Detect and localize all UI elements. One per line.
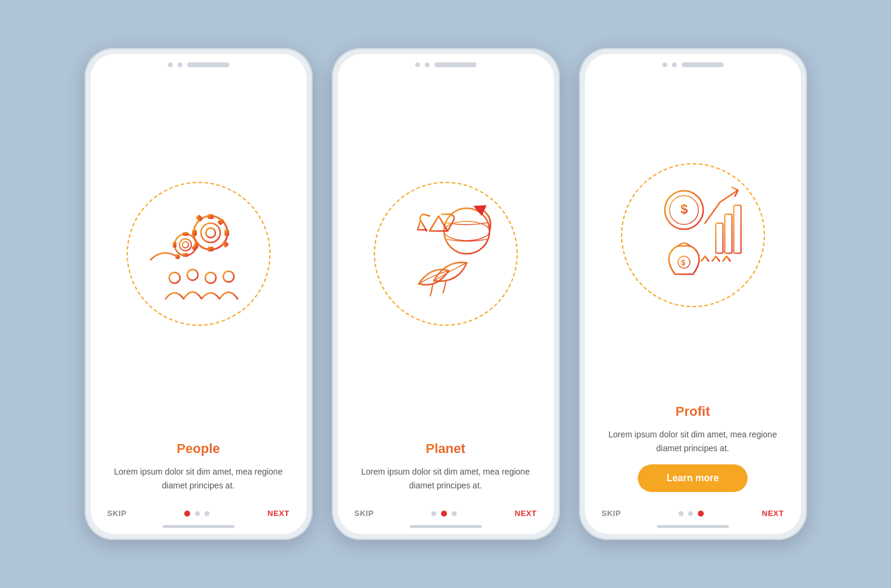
svg-point-17 — [182, 242, 188, 248]
planet-dot-2 — [441, 511, 447, 517]
learn-more-button[interactable]: Learn more — [638, 464, 748, 492]
profit-description: Lorem ipsum dolor sit dim amet, mea regi… — [603, 428, 783, 455]
svg-rect-13 — [182, 232, 188, 236]
profit-title: Profit — [603, 404, 783, 419]
people-home-indicator — [163, 525, 235, 528]
phone-screen-people: People Lorem ipsum dolor sit dim amet, m… — [91, 54, 307, 534]
screens-container: People Lorem ipsum dolor sit dim amet, m… — [85, 48, 807, 540]
svg-text:$: $ — [681, 258, 686, 267]
svg-point-21 — [205, 272, 216, 283]
profit-dot-2 — [688, 511, 693, 516]
svg-point-11 — [175, 234, 196, 256]
planet-description: Lorem ipsum dolor sit dim amet, mea regi… — [356, 465, 536, 492]
svg-point-22 — [223, 271, 234, 282]
svg-rect-4 — [192, 230, 197, 236]
svg-rect-2 — [208, 214, 214, 219]
phone-screen-profit: $ $ — [585, 54, 801, 534]
svg-point-10 — [206, 228, 215, 238]
profit-dot-3 — [698, 511, 704, 517]
people-dot-2 — [195, 511, 200, 516]
svg-point-18 — [175, 254, 180, 259]
svg-point-1 — [201, 223, 220, 242]
planet-icon-area — [338, 72, 554, 435]
planet-illustration — [380, 188, 512, 320]
profit-skip-button[interactable]: SKIP — [602, 509, 621, 518]
profit-home-indicator — [657, 525, 729, 528]
svg-point-20 — [187, 269, 198, 280]
svg-rect-16 — [194, 242, 198, 248]
profit-nav-dots — [679, 511, 704, 517]
status-dot-1 — [168, 62, 173, 67]
profit-nav-bar: SKIP NEXT — [585, 502, 801, 521]
svg-point-19 — [169, 272, 180, 283]
people-next-button[interactable]: NEXT — [268, 509, 290, 518]
status-bar-3 — [585, 54, 801, 72]
people-dot-1 — [184, 511, 190, 517]
svg-rect-14 — [182, 253, 188, 257]
phone-frame-people: People Lorem ipsum dolor sit dim amet, m… — [85, 48, 313, 540]
planet-content: Planet Lorem ipsum dolor sit dim amet, m… — [338, 435, 554, 502]
profit-next-button[interactable]: NEXT — [762, 509, 784, 518]
svg-text:$: $ — [680, 202, 688, 217]
status-pill-3 — [682, 62, 724, 67]
svg-rect-29 — [716, 223, 723, 253]
svg-rect-8 — [217, 218, 224, 226]
profit-content: Profit Lorem ipsum dolor sit dim amet, m… — [585, 398, 801, 502]
people-description: Lorem ipsum dolor sit dim amet, mea regi… — [109, 465, 289, 492]
status-dot-3 — [415, 62, 420, 67]
planet-skip-button[interactable]: SKIP — [355, 509, 374, 518]
status-bar-2 — [338, 54, 554, 72]
people-nav-bar: SKIP NEXT — [91, 502, 307, 521]
svg-rect-30 — [725, 214, 732, 253]
planet-nav-bar: SKIP NEXT — [338, 502, 554, 521]
people-content: People Lorem ipsum dolor sit dim amet, m… — [91, 435, 307, 502]
people-icon-area — [91, 72, 307, 435]
status-bar-1 — [91, 54, 307, 72]
planet-dot-1 — [431, 511, 436, 516]
planet-title: Planet — [356, 441, 536, 457]
status-dot-6 — [672, 62, 677, 67]
status-dot-5 — [662, 62, 667, 67]
svg-point-12 — [179, 239, 191, 251]
people-nav-dots — [184, 511, 209, 517]
profit-illustration: $ $ — [627, 169, 759, 301]
status-pill-1 — [187, 62, 229, 67]
people-illustration — [133, 188, 265, 320]
people-skip-button[interactable]: SKIP — [107, 509, 127, 518]
svg-rect-5 — [224, 230, 229, 236]
people-dot-3 — [205, 511, 209, 516]
svg-rect-6 — [196, 214, 203, 222]
svg-rect-15 — [173, 242, 176, 248]
status-dot-4 — [425, 62, 430, 67]
planet-home-indicator — [410, 525, 482, 528]
profit-icon-area: $ $ — [585, 72, 801, 398]
planet-dot-3 — [452, 511, 457, 516]
phone-frame-profit: $ $ — [579, 48, 807, 540]
planet-next-button[interactable]: NEXT — [515, 509, 537, 518]
people-title: People — [109, 441, 289, 457]
status-pill-2 — [434, 62, 476, 67]
planet-nav-dots — [431, 511, 457, 517]
svg-rect-7 — [221, 240, 229, 248]
profit-dot-1 — [679, 511, 683, 516]
phone-frame-planet: Planet Lorem ipsum dolor sit dim amet, m… — [332, 48, 560, 540]
svg-rect-3 — [208, 247, 214, 251]
phone-screen-planet: Planet Lorem ipsum dolor sit dim amet, m… — [338, 54, 554, 534]
svg-rect-31 — [734, 205, 741, 253]
status-dot-2 — [178, 62, 182, 67]
